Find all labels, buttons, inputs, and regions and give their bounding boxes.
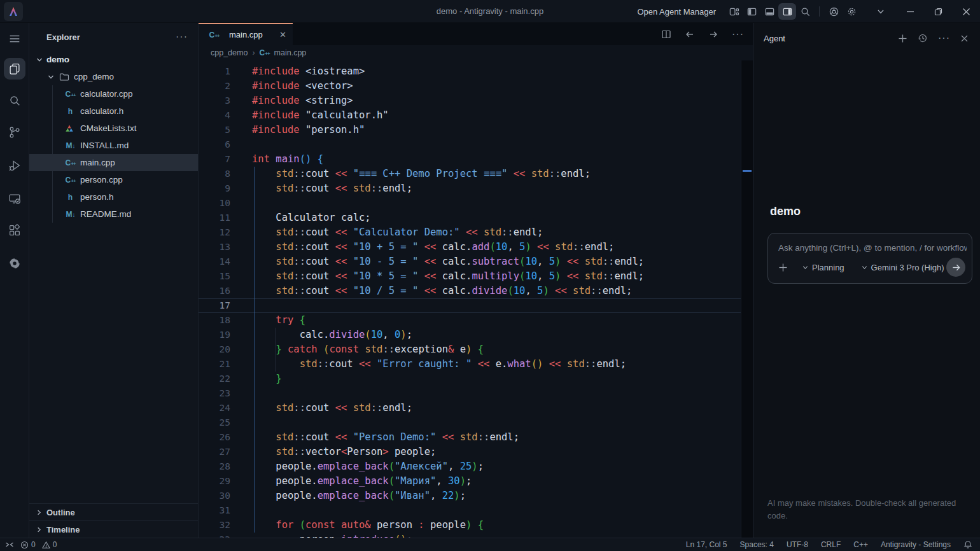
breadcrumb-file[interactable]: main.cpp (274, 48, 307, 57)
code-line-30[interactable]: 30 people.emplace_back("Иван", 22); (199, 489, 753, 503)
new-conversation-icon[interactable] (898, 34, 907, 43)
outline-section-header[interactable]: Outline (29, 503, 198, 520)
line-number[interactable]: 31 (199, 503, 230, 518)
mode-dropdown[interactable]: Planning (802, 263, 844, 272)
navigate-back-icon[interactable] (685, 29, 695, 39)
notifications-bell-icon[interactable] (963, 540, 972, 549)
code-line-32[interactable]: 32 for (const auto& person : people) { (199, 518, 753, 533)
attach-plus-icon[interactable] (778, 263, 788, 272)
line-number[interactable]: 2 (199, 79, 230, 94)
code-line-19[interactable]: 19 calc.divide(10, 0); (199, 328, 753, 342)
status-item-spaces-4[interactable]: Spaces: 4 (740, 540, 774, 549)
line-number[interactable]: 32 (199, 518, 230, 533)
breadcrumb-folder[interactable]: cpp_demo (211, 48, 248, 57)
code-line-22[interactable]: 22 } (199, 372, 753, 386)
code-line-6[interactable]: 6 (199, 137, 753, 152)
model-dropdown[interactable]: Gemini 3 Pro (High) (861, 263, 944, 272)
file-row-calculator-h[interactable]: hcalculator.h (29, 102, 198, 120)
code-line-33[interactable]: 33 person.introduce(); (199, 533, 753, 538)
toggle-left-panel-icon[interactable] (743, 3, 760, 20)
line-number[interactable]: 17 (199, 298, 230, 313)
status-item-antigravity-settings[interactable]: Antigravity - Settings (881, 540, 951, 549)
code-line-10[interactable]: 10 (199, 196, 753, 211)
overview-ruler[interactable] (741, 60, 753, 538)
code-line-7[interactable]: 7int main() { (199, 152, 753, 167)
code-line-23[interactable]: 23 (199, 386, 753, 401)
line-number[interactable]: 3 (199, 94, 230, 108)
file-row-person-cpp[interactable]: C++person.cpp (29, 171, 198, 188)
problems-errors[interactable]: 0 (20, 540, 36, 549)
line-number[interactable]: 9 (199, 181, 230, 196)
code-line-17[interactable]: 17 (199, 298, 753, 313)
code-line-8[interactable]: 8 std::cout << "≡≡≡ C++ Demo Project ≡≡≡… (199, 167, 753, 181)
close-window-button[interactable] (952, 0, 980, 23)
line-number[interactable]: 28 (199, 459, 230, 474)
line-number[interactable]: 12 (199, 225, 230, 240)
timeline-section-header[interactable]: Timeline (29, 520, 198, 538)
line-number[interactable]: 4 (199, 108, 230, 123)
line-number[interactable]: 6 (199, 137, 230, 152)
line-number[interactable]: 22 (199, 372, 230, 386)
code-line-25[interactable]: 25 (199, 415, 753, 430)
status-item-c-[interactable]: C++ (853, 540, 868, 549)
code-line-31[interactable]: 31 (199, 503, 753, 518)
code-line-20[interactable]: 20 } catch (const std::exception& e) { (199, 342, 753, 357)
file-row-main-cpp[interactable]: C++main.cpp (29, 154, 198, 171)
problems-warnings[interactable]: 0 (42, 540, 57, 549)
code-line-12[interactable]: 12 std::cout << "Calculator Demo:" << st… (199, 225, 753, 240)
line-number[interactable]: 25 (199, 415, 230, 430)
navigate-forward-icon[interactable] (708, 29, 718, 39)
code-line-9[interactable]: 9 std::cout << std::endl; (199, 181, 753, 196)
code-line-13[interactable]: 13 std::cout << "10 + 5 = " << calc.add(… (199, 240, 753, 255)
line-number[interactable]: 5 (199, 123, 230, 137)
code-line-27[interactable]: 27 std::vector<Person> people; (199, 445, 753, 459)
line-number[interactable]: 23 (199, 386, 230, 401)
run-debug-icon[interactable] (4, 155, 25, 176)
send-button[interactable] (946, 258, 965, 277)
remote-indicator-icon[interactable] (5, 540, 14, 549)
toggle-bottom-panel-icon[interactable] (760, 3, 778, 20)
tab-close-icon[interactable]: ✕ (279, 30, 286, 39)
line-number[interactable]: 15 (199, 269, 230, 284)
minimize-button[interactable] (896, 0, 924, 23)
extensions-icon[interactable] (4, 220, 25, 241)
status-item-utf-8[interactable]: UTF-8 (787, 540, 808, 549)
code-line-24[interactable]: 24 std::cout << std::endl; (199, 401, 753, 415)
explorer-files-icon[interactable] (4, 58, 25, 80)
file-row-CMakeLists-txt[interactable]: CMakeLists.txt (29, 120, 198, 137)
agent-manager-layout-icon[interactable] (725, 3, 743, 20)
line-number[interactable]: 18 (199, 313, 230, 328)
file-row-INSTALL-md[interactable]: M↓INSTALL.md (29, 137, 198, 154)
split-editor-icon[interactable] (661, 29, 671, 39)
explorer-more-actions-icon[interactable]: ··· (176, 31, 188, 43)
code-editor[interactable]: 1#include <iostream>2#include <vector>3#… (199, 60, 753, 538)
code-line-21[interactable]: 21 std::cout << "Error caught: " << e.wh… (199, 357, 753, 372)
restore-button[interactable] (924, 0, 952, 23)
line-number[interactable]: 21 (199, 357, 230, 372)
code-line-2[interactable]: 2#include <vector> (199, 79, 753, 94)
antigravity-swirl-icon[interactable] (4, 253, 25, 274)
line-number[interactable]: 26 (199, 430, 230, 445)
code-line-1[interactable]: 1#include <iostream> (199, 64, 753, 79)
line-number[interactable]: 33 (199, 533, 230, 538)
line-number[interactable]: 8 (199, 167, 230, 181)
browser-icon[interactable] (825, 3, 843, 20)
code-line-26[interactable]: 26 std::cout << "Person Demo:" << std::e… (199, 430, 753, 445)
line-number[interactable]: 24 (199, 401, 230, 415)
code-line-16[interactable]: 16 std::cout << "10 / 5 = " << calc.divi… (199, 284, 753, 298)
file-row-README-md[interactable]: M↓README.md (29, 206, 198, 223)
code-line-28[interactable]: 28 people.emplace_back("Алексей", 25); (199, 459, 753, 474)
agent-more-actions-icon[interactable]: ··· (938, 32, 950, 44)
line-number[interactable]: 29 (199, 474, 230, 489)
tab-main-cpp[interactable]: C++ main.cpp ✕ (199, 23, 293, 45)
status-item-crlf[interactable]: CRLF (821, 540, 841, 549)
line-number[interactable]: 14 (199, 255, 230, 269)
line-number[interactable]: 1 (199, 64, 230, 79)
line-number[interactable]: 10 (199, 196, 230, 211)
code-line-11[interactable]: 11 Calculator calc; (199, 211, 753, 225)
remote-explorer-icon[interactable] (4, 188, 25, 209)
code-line-14[interactable]: 14 std::cout << "10 - 5 = " << calc.subt… (199, 255, 753, 269)
status-item-ln-17-col-5[interactable]: Ln 17, Col 5 (686, 540, 727, 549)
chevron-down-icon[interactable] (872, 3, 890, 20)
source-control-icon[interactable] (4, 122, 25, 143)
